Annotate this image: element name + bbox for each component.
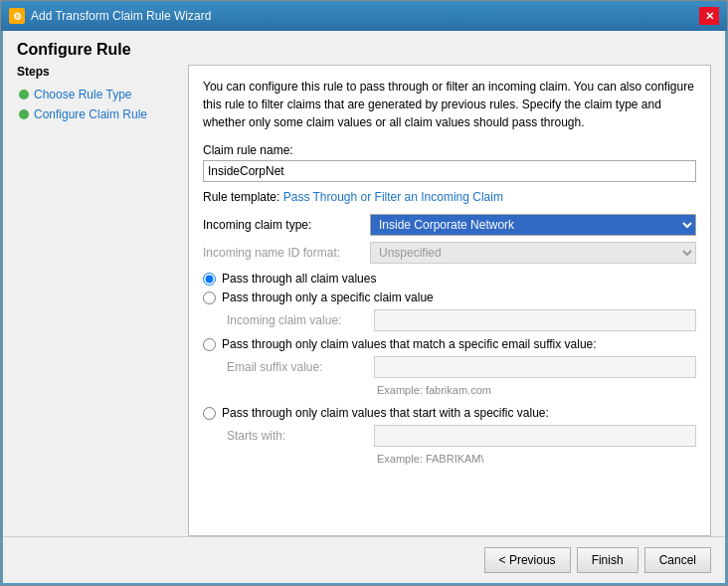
content-panel: You can configure this rule to pass thro… [188, 65, 711, 536]
step-indicator-2 [19, 109, 29, 119]
radio-row-2: Pass through only a specific claim value [203, 291, 696, 304]
radio-label-1[interactable]: Pass through all claim values [222, 272, 376, 286]
finish-button[interactable]: Finish [577, 547, 638, 573]
radio-row-3: Pass through only claim values that matc… [203, 337, 696, 351]
window-content: Configure Rule Steps Choose Rule Type Co… [1, 31, 727, 585]
claim-rule-name-label: Claim rule name: [203, 143, 696, 157]
radio-pass-email-suffix[interactable] [203, 338, 216, 351]
incoming-claim-value-row: Incoming claim value: [227, 309, 696, 331]
radio-label-4[interactable]: Pass through only claim values that star… [222, 406, 549, 420]
title-bar: ⚙ Add Transform Claim Rule Wizard ✕ [1, 1, 727, 31]
starts-with-label: Starts with: [227, 429, 366, 443]
rule-template-prefix: Rule template: [203, 190, 283, 204]
incoming-name-id-label: Incoming name ID format: [203, 246, 362, 260]
email-example-text: Example: fabrikam.com [377, 384, 696, 396]
incoming-claim-value-label: Incoming claim value: [227, 313, 366, 327]
starts-with-example-text: Example: FABRIKAM\ [377, 453, 696, 465]
incoming-claim-type-row: Incoming claim type: Inside Corporate Ne… [203, 214, 696, 236]
bottom-bar: < Previous Finish Cancel [3, 536, 725, 583]
email-suffix-input[interactable] [374, 356, 696, 378]
title-bar-left: ⚙ Add Transform Claim Rule Wizard [9, 8, 211, 24]
radio-label-2[interactable]: Pass through only a specific claim value [222, 291, 434, 304]
window-title: Add Transform Claim Rule Wizard [31, 9, 211, 23]
starts-with-input[interactable] [374, 425, 696, 447]
starts-with-row: Starts with: [227, 425, 696, 447]
previous-button[interactable]: < Previous [484, 547, 571, 573]
radio-row-4: Pass through only claim values that star… [203, 406, 696, 420]
rule-template-link[interactable]: Pass Through or Filter an Incoming Claim [283, 190, 503, 204]
incoming-claim-value-input[interactable] [374, 309, 696, 331]
radio-label-3[interactable]: Pass through only claim values that matc… [222, 337, 597, 351]
main-area: Steps Choose Rule Type Configure Claim R… [3, 65, 725, 536]
cancel-button[interactable]: Cancel [644, 547, 711, 573]
steps-label: Steps [17, 65, 176, 79]
email-suffix-label: Email suffix value: [227, 360, 366, 374]
rule-template-text: Rule template: Pass Through or Filter an… [203, 190, 696, 204]
close-button[interactable]: ✕ [699, 7, 719, 25]
claim-rule-name-input[interactable] [203, 160, 696, 182]
radio-pass-all[interactable] [203, 273, 216, 286]
description-text: You can configure this rule to pass thro… [203, 78, 696, 131]
incoming-claim-type-select[interactable]: Inside Corporate Network [370, 214, 696, 236]
app-icon: ⚙ [9, 8, 25, 24]
sidebar-item-choose-rule-type[interactable]: Choose Rule Type [17, 85, 176, 104]
email-suffix-row: Email suffix value: [227, 356, 696, 378]
radio-row-1: Pass through all claim values [203, 272, 696, 286]
sidebar-item-label-2: Configure Claim Rule [34, 107, 147, 121]
incoming-name-id-select[interactable]: Unspecified [370, 242, 696, 264]
step-indicator-1 [19, 90, 29, 99]
main-window: ⚙ Add Transform Claim Rule Wizard ✕ Conf… [0, 0, 728, 586]
incoming-claim-type-label: Incoming claim type: [203, 218, 362, 232]
radio-pass-specific[interactable] [203, 292, 216, 304]
sidebar-item-label-1: Choose Rule Type [34, 88, 132, 101]
sidebar: Steps Choose Rule Type Configure Claim R… [17, 65, 176, 536]
radio-pass-starts-with[interactable] [203, 407, 216, 420]
incoming-name-id-row: Incoming name ID format: Unspecified [203, 242, 696, 264]
sidebar-item-configure-claim-rule[interactable]: Configure Claim Rule [17, 104, 176, 124]
page-title: Configure Rule [3, 31, 725, 65]
